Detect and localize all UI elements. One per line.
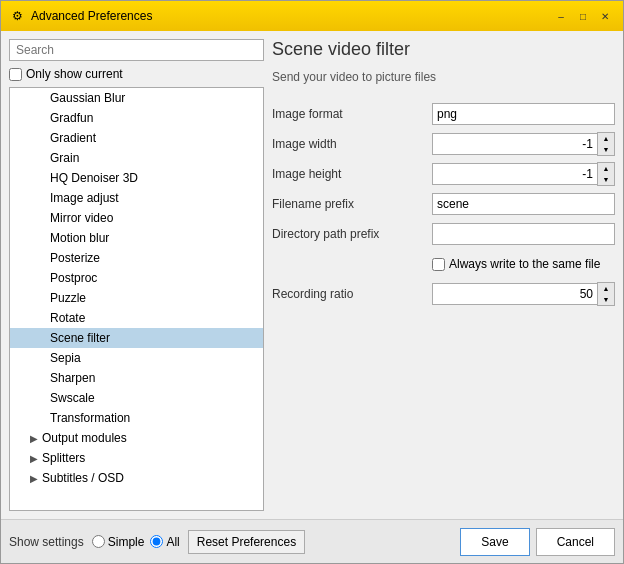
always-write-label: Always write to the same file xyxy=(449,257,600,271)
image-format-label: Image format xyxy=(272,107,432,121)
bottom-bar: Show settings Simple All Reset Preferenc… xyxy=(1,519,623,563)
always-write-control: Always write to the same file xyxy=(432,257,615,271)
list-item[interactable]: Posterize xyxy=(10,248,263,268)
main-window: ⚙ Advanced Preferences – □ ✕ Only show c… xyxy=(0,0,624,564)
list-item[interactable]: Motion blur xyxy=(10,228,263,248)
main-content: Only show current Gaussian Blur Gradfun … xyxy=(1,31,623,519)
left-panel: Only show current Gaussian Blur Gradfun … xyxy=(9,39,264,511)
filename-prefix-label: Filename prefix xyxy=(272,197,432,211)
recording-ratio-control: ▲ ▼ xyxy=(432,282,615,306)
image-width-decrement[interactable]: ▼ xyxy=(598,144,614,155)
reset-preferences-button[interactable]: Reset Preferences xyxy=(188,530,305,554)
directory-path-input[interactable] xyxy=(432,223,615,245)
window-title: Advanced Preferences xyxy=(31,9,152,23)
directory-path-row: Directory path prefix xyxy=(272,222,615,246)
radio-all-label: All xyxy=(166,535,179,549)
directory-path-label: Directory path prefix xyxy=(272,227,432,241)
list-item[interactable]: Gradient xyxy=(10,128,263,148)
image-height-increment[interactable]: ▲ xyxy=(598,163,614,174)
list-item[interactable]: Transformation xyxy=(10,408,263,428)
maximize-button[interactable]: □ xyxy=(573,6,593,26)
image-width-row: Image width ▲ ▼ xyxy=(272,132,615,156)
panel-subtitle: Send your video to picture files xyxy=(272,70,615,84)
image-format-input[interactable] xyxy=(432,103,615,125)
list-item[interactable]: Image adjust xyxy=(10,188,263,208)
only-show-row: Only show current xyxy=(9,65,264,83)
list-item[interactable]: HQ Denoiser 3D xyxy=(10,168,263,188)
close-button[interactable]: ✕ xyxy=(595,6,615,26)
only-show-label: Only show current xyxy=(26,67,123,81)
image-height-spinbox-buttons: ▲ ▼ xyxy=(597,162,615,186)
recording-ratio-input[interactable] xyxy=(432,283,597,305)
always-write-checkbox[interactable] xyxy=(432,258,445,271)
form-area: Image format Image width ▲ ▼ xyxy=(272,102,615,306)
app-icon: ⚙ xyxy=(9,8,25,24)
list-item[interactable]: Swscale xyxy=(10,388,263,408)
image-height-input[interactable] xyxy=(432,163,597,185)
filename-prefix-row: Filename prefix xyxy=(272,192,615,216)
list-item-selected[interactable]: Scene filter xyxy=(10,328,263,348)
radio-simple-label: Simple xyxy=(108,535,145,549)
sidebar-group-subtitles[interactable]: ▶ Subtitles / OSD xyxy=(10,468,263,488)
show-settings-label: Show settings xyxy=(9,535,84,549)
list-item[interactable]: Mirror video xyxy=(10,208,263,228)
image-height-row: Image height ▲ ▼ xyxy=(272,162,615,186)
window-controls: – □ ✕ xyxy=(551,6,615,26)
image-width-input[interactable] xyxy=(432,133,597,155)
image-format-row: Image format xyxy=(272,102,615,126)
recording-ratio-label: Recording ratio xyxy=(272,287,432,301)
sidebar-group-splitters[interactable]: ▶ Splitters xyxy=(10,448,263,468)
list-item[interactable]: Puzzle xyxy=(10,288,263,308)
image-height-control: ▲ ▼ xyxy=(432,162,615,186)
minimize-button[interactable]: – xyxy=(551,6,571,26)
chevron-right-icon: ▶ xyxy=(30,473,38,484)
sidebar-group-output-modules[interactable]: ▶ Output modules xyxy=(10,428,263,448)
list-item[interactable]: Sepia xyxy=(10,348,263,368)
recording-ratio-decrement[interactable]: ▼ xyxy=(598,294,614,305)
image-height-decrement[interactable]: ▼ xyxy=(598,174,614,185)
chevron-right-icon: ▶ xyxy=(30,453,38,464)
image-width-spinbox-buttons: ▲ ▼ xyxy=(597,132,615,156)
list-item[interactable]: Postproc xyxy=(10,268,263,288)
radio-simple-option: Simple xyxy=(92,535,145,549)
recording-ratio-increment[interactable]: ▲ xyxy=(598,283,614,294)
bottom-left: Show settings Simple All Reset Preferenc… xyxy=(9,530,305,554)
title-bar: ⚙ Advanced Preferences – □ ✕ xyxy=(1,1,623,31)
cancel-button[interactable]: Cancel xyxy=(536,528,615,556)
filename-prefix-input[interactable] xyxy=(432,193,615,215)
save-button[interactable]: Save xyxy=(460,528,529,556)
content-area: Only show current Gaussian Blur Gradfun … xyxy=(1,31,623,563)
list-item[interactable]: Gradfun xyxy=(10,108,263,128)
image-format-control xyxy=(432,103,615,125)
list-item[interactable]: Grain xyxy=(10,148,263,168)
recording-ratio-spinbox-buttons: ▲ ▼ xyxy=(597,282,615,306)
image-width-increment[interactable]: ▲ xyxy=(598,133,614,144)
image-width-label: Image width xyxy=(272,137,432,151)
recording-ratio-row: Recording ratio ▲ ▼ xyxy=(272,282,615,306)
only-show-checkbox[interactable] xyxy=(9,68,22,81)
image-height-label: Image height xyxy=(272,167,432,181)
radio-all-option: All xyxy=(150,535,179,549)
list-item[interactable]: Sharpen xyxy=(10,368,263,388)
search-input[interactable] xyxy=(9,39,264,61)
tree-container[interactable]: Gaussian Blur Gradfun Gradient Grain HQ … xyxy=(9,87,264,511)
right-panel: Scene video filter Send your video to pi… xyxy=(272,39,615,511)
radio-simple[interactable] xyxy=(92,535,105,548)
panel-title: Scene video filter xyxy=(272,39,615,60)
title-bar-left: ⚙ Advanced Preferences xyxy=(9,8,152,24)
list-item[interactable]: Rotate xyxy=(10,308,263,328)
radio-group: Simple All xyxy=(92,535,180,549)
always-write-row: Always write to the same file xyxy=(272,252,615,276)
image-width-control: ▲ ▼ xyxy=(432,132,615,156)
radio-all[interactable] xyxy=(150,535,163,548)
list-item[interactable]: Gaussian Blur xyxy=(10,88,263,108)
directory-path-control xyxy=(432,223,615,245)
bottom-right: Save Cancel xyxy=(460,528,615,556)
chevron-right-icon: ▶ xyxy=(30,433,38,444)
always-write-checkbox-row: Always write to the same file xyxy=(432,257,615,271)
filename-prefix-control xyxy=(432,193,615,215)
